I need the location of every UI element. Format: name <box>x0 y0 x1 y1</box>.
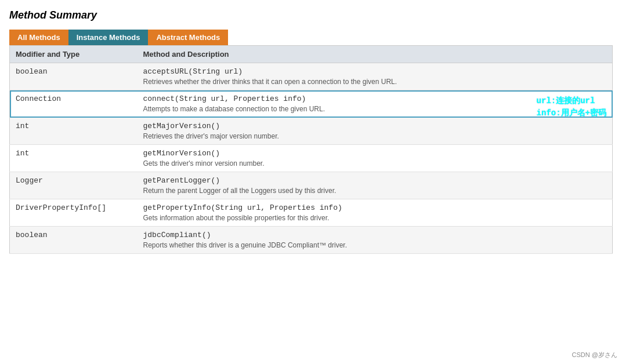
table-row: booleanacceptsURL(String url)Retrieves w… <box>10 63 613 90</box>
method-signature: jdbcCompliant() <box>143 231 607 239</box>
method-cell: getParentLogger()Return the parent Logge… <box>138 172 613 199</box>
method-description: Gets information about the possible prop… <box>143 214 607 222</box>
table-row: intgetMinorVersion()Gets the driver's mi… <box>10 145 613 172</box>
table-row: LoggergetParentLogger()Return the parent… <box>10 172 613 199</box>
method-signature: acceptsURL(String url) <box>143 67 607 76</box>
method-signature: getPropertyInfo(String url, Properties i… <box>143 203 607 212</box>
page-title: Method Summary <box>9 9 613 21</box>
modifier-cell: boolean <box>10 227 138 254</box>
method-table: Modifier and Type Method and Description… <box>9 45 613 254</box>
col-header-method: Method and Description <box>138 46 613 63</box>
modifier-cell: int <box>10 118 138 145</box>
table-row: DriverPropertyInfo[]getPropertyInfo(Stri… <box>10 199 613 227</box>
method-cell: getMajorVersion()Retrieves the driver's … <box>138 118 613 145</box>
annotation-label: url:连接的url info:用户名+密码 <box>537 95 606 119</box>
table-row: booleanjdbcCompliant()Reports whether th… <box>10 227 613 254</box>
modifier-cell: Logger <box>10 172 138 199</box>
method-cell: connect(String url, Properties info)Atte… <box>138 90 613 118</box>
modifier-cell: boolean <box>10 63 138 90</box>
method-description: Gets the driver's minor version number. <box>143 159 607 168</box>
tab-all-methods[interactable]: All Methods <box>9 30 68 45</box>
col-header-modifier: Modifier and Type <box>10 46 138 63</box>
tab-abstract-methods[interactable]: Abstract Methods <box>148 30 228 45</box>
modifier-cell: Connection <box>10 90 138 118</box>
method-description: Return the parent Logger of all the Logg… <box>143 187 607 195</box>
tab-bar: All Methods Instance Methods Abstract Me… <box>9 30 613 45</box>
method-description: Reports whether this driver is a genuine… <box>143 241 607 249</box>
method-signature: getParentLogger() <box>143 176 607 185</box>
tab-instance-methods[interactable]: Instance Methods <box>68 30 149 45</box>
table-row: intgetMajorVersion()Retrieves the driver… <box>10 118 613 145</box>
method-cell: jdbcCompliant()Reports whether this driv… <box>138 227 613 254</box>
modifier-cell: DriverPropertyInfo[] <box>10 199 138 227</box>
method-cell: getMinorVersion()Gets the driver's minor… <box>138 145 613 172</box>
method-description: Retrieves the driver's major version num… <box>143 132 607 140</box>
method-signature: getMajorVersion() <box>143 122 607 130</box>
modifier-cell: int <box>10 145 138 172</box>
method-cell: acceptsURL(String url)Retrieves whether … <box>138 63 613 90</box>
table-header-row: Modifier and Type Method and Description <box>10 46 613 63</box>
method-cell: getPropertyInfo(String url, Properties i… <box>138 199 613 227</box>
table-row: Connectionconnect(String url, Properties… <box>10 90 613 118</box>
method-description: Retrieves whether the driver thinks that… <box>143 78 607 86</box>
method-signature: getMinorVersion() <box>143 149 607 158</box>
